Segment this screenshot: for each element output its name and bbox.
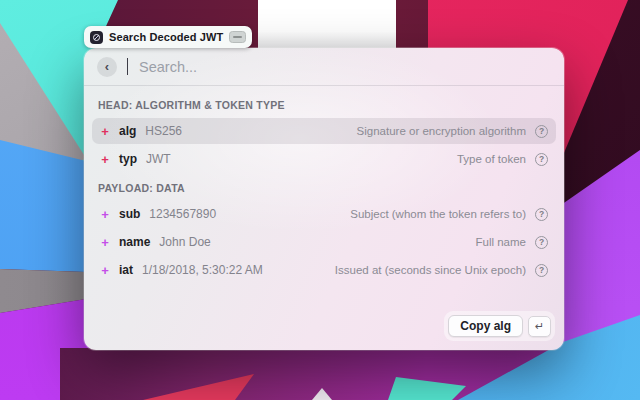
back-button[interactable]: ‹	[97, 57, 117, 77]
command-title: Search Decoded JWT	[109, 31, 223, 43]
text-caret	[127, 58, 128, 75]
command-tooltip: Search Decoded JWT	[84, 26, 252, 48]
help-icon[interactable]: ?	[535, 125, 548, 138]
return-key-icon[interactable]: ↵	[528, 316, 551, 337]
copy-alg-button[interactable]: Copy alg	[448, 315, 523, 337]
jwt-field-row[interactable]: + typ JWT Type of token ?	[92, 146, 556, 172]
section-header: HEAD: ALGORITHM & TOKEN TYPE	[98, 99, 550, 111]
field-description: Signature or encryption algorithm	[357, 125, 526, 137]
search-bar: ‹ Search...	[84, 48, 564, 86]
field-description: Issued at (seconds since Unix epoch)	[335, 264, 526, 276]
search-input[interactable]: Search...	[139, 59, 197, 75]
help-icon[interactable]: ?	[535, 153, 548, 166]
plus-icon: +	[100, 153, 110, 166]
field-value: HS256	[145, 124, 182, 138]
help-icon[interactable]: ?	[535, 264, 548, 277]
field-key: typ	[119, 152, 137, 166]
plus-icon: +	[100, 208, 110, 221]
field-key: name	[119, 235, 150, 249]
jwt-field-row[interactable]: + alg HS256 Signature or encryption algo…	[92, 118, 556, 144]
wallpaper-shape-white-rect	[258, 0, 396, 52]
list-section: PAYLOAD: DATA + sub 1234567890 Subject (…	[92, 182, 556, 283]
field-value: 1/18/2018, 5:30:22 AM	[142, 263, 263, 277]
field-key: alg	[119, 124, 136, 138]
plus-icon: +	[100, 125, 110, 138]
field-key: iat	[119, 263, 133, 277]
jwt-field-row[interactable]: + iat 1/18/2018, 5:30:22 AM Issued at (s…	[92, 257, 556, 283]
field-description: Subject (whom the token refers to)	[350, 208, 526, 220]
field-value: John Doe	[159, 235, 210, 249]
plus-icon: +	[100, 264, 110, 277]
jwt-field-row[interactable]: + name John Doe Full name ?	[92, 229, 556, 255]
launcher-window: ‹ Search... HEAD: ALGORITHM & TOKEN TYPE…	[84, 48, 564, 350]
plus-icon: +	[100, 236, 110, 249]
jwt-field-row[interactable]: + sub 1234567890 Subject (whom the token…	[92, 201, 556, 227]
help-icon[interactable]: ?	[535, 208, 548, 221]
section-header: PAYLOAD: DATA	[98, 182, 550, 194]
chevron-left-icon: ‹	[105, 60, 109, 73]
help-icon[interactable]: ?	[535, 236, 548, 249]
field-key: sub	[119, 207, 140, 221]
field-description: Full name	[476, 236, 527, 248]
action-bar: Copy alg ↵	[444, 311, 555, 341]
field-description: Type of token	[457, 153, 526, 165]
hotkey-keycap-icon	[229, 31, 246, 43]
field-value: 1234567890	[149, 207, 216, 221]
list-section: HEAD: ALGORITHM & TOKEN TYPE + alg HS256…	[92, 99, 556, 172]
field-value: JWT	[146, 152, 171, 166]
jwt-extension-icon	[90, 31, 103, 44]
